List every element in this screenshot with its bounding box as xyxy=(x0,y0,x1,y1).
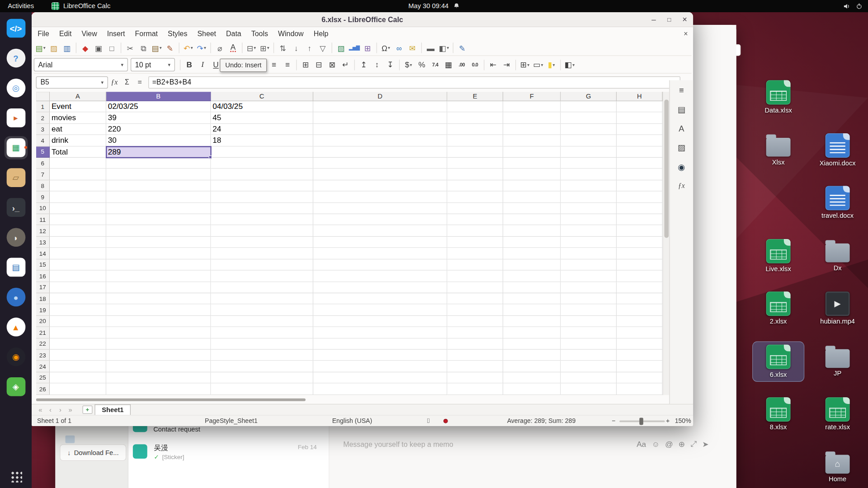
cell-A6[interactable] xyxy=(50,158,106,169)
unmerge-cells-button[interactable]: ⊠ xyxy=(326,58,339,71)
zoom-in-button[interactable]: + xyxy=(666,416,670,426)
cell-G21[interactable] xyxy=(561,327,617,338)
selection-handle[interactable] xyxy=(209,155,212,159)
row-header-23[interactable]: 23 xyxy=(36,350,50,361)
row-header-10[interactable]: 10 xyxy=(36,203,50,214)
cell-F22[interactable] xyxy=(503,338,561,350)
cell-B5[interactable]: 289 xyxy=(106,146,211,158)
cell-H1[interactable] xyxy=(617,101,663,113)
cell-E21[interactable] xyxy=(447,327,503,338)
message-input[interactable]: Message yourself to keep a memo xyxy=(343,441,453,449)
cell-D1[interactable] xyxy=(313,101,447,113)
chevron-down-icon[interactable]: ▾ xyxy=(191,45,193,50)
cell-A24[interactable] xyxy=(50,361,106,372)
cell-C13[interactable] xyxy=(211,237,314,248)
font-name-combobox[interactable]: Arial ▾ xyxy=(34,58,128,71)
system-tray[interactable] xyxy=(843,3,863,10)
cell-C16[interactable] xyxy=(211,271,314,282)
menu-insert[interactable]: Insert xyxy=(102,28,130,40)
cell-D22[interactable] xyxy=(313,338,447,350)
horizontal-scrollbar[interactable] xyxy=(36,396,663,404)
cell-B6[interactable] xyxy=(106,158,211,169)
cell-H2[interactable] xyxy=(617,113,663,124)
cell-C3[interactable]: 24 xyxy=(211,124,314,135)
cell-G22[interactable] xyxy=(561,338,617,350)
align-top-button[interactable]: ↥ xyxy=(357,58,370,71)
cell-B4[interactable]: 30 xyxy=(106,135,211,146)
chevron-down-icon[interactable]: ▾ xyxy=(43,45,46,50)
cell-C25[interactable] xyxy=(211,372,314,384)
cell-G7[interactable] xyxy=(561,169,617,180)
cell-B17[interactable] xyxy=(106,282,211,293)
cell-C21[interactable] xyxy=(211,327,314,338)
cell-A23[interactable] xyxy=(50,350,106,361)
decrease-indent-button[interactable]: ⇤ xyxy=(486,58,500,71)
cell-B26[interactable] xyxy=(106,384,211,395)
cell-C8[interactable] xyxy=(211,180,314,192)
cell-F9[interactable] xyxy=(503,192,561,203)
cell-G1[interactable] xyxy=(561,101,617,113)
cell-F8[interactable] xyxy=(503,180,561,192)
cell-F23[interactable] xyxy=(503,350,561,361)
menu-format[interactable]: Format xyxy=(130,28,163,40)
cell-H11[interactable] xyxy=(617,214,663,225)
row-header-14[interactable]: 14 xyxy=(36,248,50,259)
cell-A1[interactable]: Event xyxy=(50,101,106,113)
row-header-9[interactable]: 9 xyxy=(36,192,50,203)
cell-G20[interactable] xyxy=(561,316,617,327)
cell-F7[interactable] xyxy=(503,169,561,180)
autosum-button[interactable]: Σ xyxy=(121,78,133,86)
selection-stats[interactable]: Average: 289; Sum: 289 xyxy=(507,416,576,426)
cell-E20[interactable] xyxy=(447,316,503,327)
cell-B12[interactable] xyxy=(106,225,211,237)
cell-E5[interactable] xyxy=(447,146,503,158)
cell-A17[interactable] xyxy=(50,282,106,293)
cell-A11[interactable] xyxy=(50,214,106,225)
column-header-C[interactable]: C xyxy=(211,92,314,101)
cell-F3[interactable] xyxy=(503,124,561,135)
desktop-icon-jp[interactable]: JP xyxy=(812,342,863,380)
cell-C15[interactable] xyxy=(211,259,314,271)
mention-icon[interactable]: @ xyxy=(665,440,673,449)
cell-D8[interactable] xyxy=(313,180,447,192)
conditional-formatting-button[interactable]: ◧▾ xyxy=(563,58,576,71)
cell-G10[interactable] xyxy=(561,203,617,214)
cell-H17[interactable] xyxy=(617,282,663,293)
menu-view[interactable]: View xyxy=(76,28,102,40)
cell-D7[interactable] xyxy=(313,169,447,180)
cell-A13[interactable] xyxy=(50,237,106,248)
desktop-icon-hubian-mp4[interactable]: ▶hubian.mp4 xyxy=(812,289,863,328)
column-header-D[interactable]: D xyxy=(313,92,447,101)
row-header-18[interactable]: 18 xyxy=(36,293,50,305)
center-vertically-button[interactable]: ↕ xyxy=(370,58,383,71)
cell-D5[interactable] xyxy=(313,146,447,158)
formula-button[interactable]: = xyxy=(133,78,146,86)
cell-A5[interactable]: Total xyxy=(50,146,106,158)
cell-F10[interactable] xyxy=(503,203,561,214)
cell-E11[interactable] xyxy=(447,214,503,225)
cell-D25[interactable] xyxy=(313,372,447,384)
cell-E15[interactable] xyxy=(447,259,503,271)
cell-H18[interactable] xyxy=(617,293,663,305)
text-format-icon[interactable]: Aa xyxy=(637,440,646,449)
redo-button[interactable]: ↷▾ xyxy=(195,41,208,54)
cell-A10[interactable] xyxy=(50,203,106,214)
cell-G9[interactable] xyxy=(561,192,617,203)
autofilter-button[interactable]: ▽ xyxy=(316,41,329,54)
export-pdf-button[interactable]: ◆ xyxy=(79,41,92,54)
menu-edit[interactable]: Edit xyxy=(54,28,76,40)
cell-D4[interactable] xyxy=(313,135,447,146)
cell-B19[interactable] xyxy=(106,305,211,316)
cell-D3[interactable] xyxy=(313,124,447,135)
cell-C23[interactable] xyxy=(211,350,314,361)
currency-format-button[interactable]: $▾ xyxy=(402,58,415,71)
cell-H14[interactable] xyxy=(617,248,663,259)
cell-A3[interactable]: eat xyxy=(50,124,106,135)
cell-A9[interactable] xyxy=(50,192,106,203)
desktop-icon-xlsx[interactable]: Xlsx xyxy=(753,130,804,169)
cell-A4[interactable]: drink xyxy=(50,135,106,146)
minimize-button[interactable]: – xyxy=(648,12,660,27)
cell-B24[interactable] xyxy=(106,361,211,372)
clock-menu[interactable]: May 30 09:44 xyxy=(408,2,460,10)
cell-C9[interactable] xyxy=(211,192,314,203)
